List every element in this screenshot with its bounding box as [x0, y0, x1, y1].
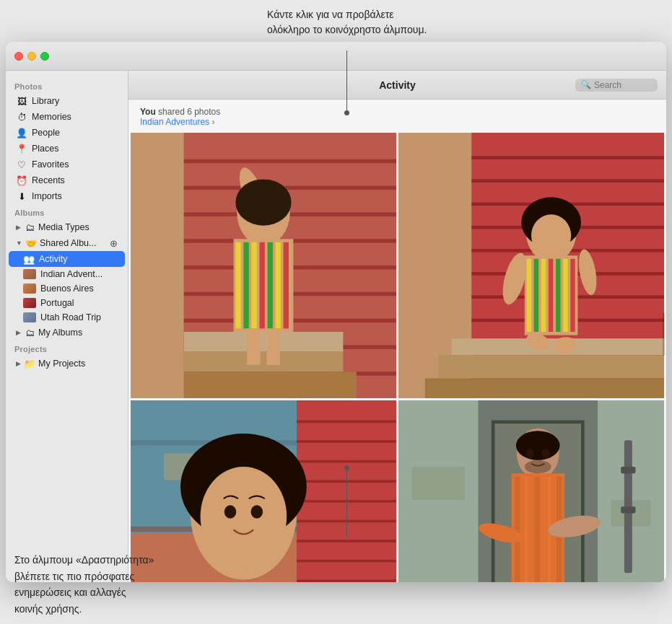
sidebar-item-portugal[interactable]: Portugal	[9, 296, 125, 310]
svg-rect-26	[267, 328, 280, 365]
sidebar-item-utah-road-trip[interactable]: Utah Road Trip	[9, 310, 125, 325]
svg-rect-42	[438, 355, 664, 378]
people-icon: 👤	[16, 127, 27, 139]
sidebar-item-memories[interactable]: ⏱ Memories	[9, 109, 125, 125]
activity-header: You shared 6 photos Indian Adventures ›	[128, 100, 666, 133]
minimize-button[interactable]	[27, 52, 36, 61]
sidebar-item-recents[interactable]: ⏰ Recents	[9, 172, 125, 188]
search-box[interactable]: 🔍	[575, 79, 658, 92]
sidebar-item-activity[interactable]: 👥 Activity	[9, 251, 125, 267]
add-album-icon[interactable]: ⊕	[110, 238, 118, 249]
photo-cell-2[interactable]	[398, 133, 664, 398]
indian-adventures-label: Indian Advent...	[40, 269, 102, 279]
sidebar-item-my-projects[interactable]: ▶ 📁 My Projects	[9, 356, 125, 372]
svg-rect-49	[549, 259, 553, 332]
svg-rect-68	[297, 440, 396, 443]
scrollbar[interactable]	[663, 312, 665, 356]
svg-rect-21	[268, 242, 273, 329]
buenos-aires-thumbnail	[23, 284, 36, 294]
sidebar-item-indian-adventures[interactable]: Indian Advent...	[9, 267, 125, 281]
svg-rect-46	[527, 259, 531, 332]
svg-rect-73	[297, 540, 396, 542]
utah-road-trip-thumbnail	[23, 312, 36, 322]
svg-rect-74	[297, 560, 396, 563]
photo-cell-4[interactable]	[398, 400, 664, 582]
annotation-top-text: Κάντε κλικ για να προβάλετεολόκληρο το κ…	[267, 9, 427, 35]
my-albums-label: My Albums	[38, 328, 82, 338]
svg-rect-43	[425, 378, 664, 398]
close-button[interactable]	[14, 52, 23, 61]
svg-rect-11	[184, 332, 344, 352]
svg-rect-18	[243, 242, 248, 329]
shared-albums-label: Shared Albu...	[40, 238, 97, 248]
activity-icon: 👥	[23, 253, 35, 265]
svg-point-27	[235, 179, 291, 225]
my-projects-label: My Projects	[38, 359, 85, 369]
activity-label: Activity	[39, 254, 68, 264]
sidebar-item-my-albums[interactable]: ▶ 🗂 My Albums	[9, 325, 125, 340]
memories-icon: ⏱	[16, 111, 27, 123]
favorites-label: Favorites	[32, 159, 69, 170]
activity-album-name: Indian Adventures	[140, 117, 209, 127]
svg-rect-52	[570, 259, 575, 332]
places-label: Places	[32, 144, 59, 154]
shared-albums-icon: 🤝	[25, 237, 37, 249]
sidebar: Photos 🖼 Library ⏱ Memories 👤 People 📍 P…	[6, 71, 128, 582]
portugal-thumbnail	[23, 298, 36, 308]
projects-section-label: Projects	[6, 340, 128, 356]
topbar-title: Activity	[379, 79, 416, 91]
library-icon: 🖼	[16, 95, 27, 107]
svg-point-116	[516, 431, 560, 460]
search-icon: 🔍	[581, 80, 591, 89]
svg-point-118	[542, 449, 550, 458]
search-input[interactable]	[594, 80, 652, 90]
my-albums-icon: 🗂	[24, 327, 35, 338]
svg-rect-25	[247, 328, 260, 365]
svg-rect-51	[563, 259, 567, 332]
titlebar	[6, 42, 666, 71]
sidebar-item-imports[interactable]: ⬇ Imports	[9, 188, 125, 204]
media-types-icon: 🗂	[24, 221, 35, 233]
svg-point-58	[531, 214, 571, 257]
annotation-line-bottom	[346, 465, 347, 537]
sidebar-item-shared-albums[interactable]: ▼ 🤝 Shared Albu... ⊕	[9, 235, 125, 251]
activity-who: You	[140, 107, 156, 117]
sidebar-item-library[interactable]: 🖼 Library	[9, 93, 125, 109]
svg-rect-22	[276, 242, 281, 329]
svg-rect-31	[465, 179, 664, 183]
photo-grid	[128, 133, 666, 582]
sidebar-item-buenos-aires[interactable]: Buenos Aires	[9, 281, 125, 296]
annotation-top: Κάντε κλικ για να προβάλετεολόκληρο το κ…	[267, 7, 658, 38]
svg-rect-75	[297, 579, 396, 582]
people-label: People	[32, 128, 60, 138]
maximize-button[interactable]	[40, 52, 49, 61]
memories-label: Memories	[32, 112, 71, 122]
svg-rect-98	[411, 467, 465, 500]
sidebar-item-media-types[interactable]: ▶ 🗂 Media Types	[9, 219, 125, 235]
imports-icon: ⬇	[16, 190, 27, 202]
imports-label: Imports	[32, 191, 62, 201]
svg-rect-50	[556, 259, 560, 332]
svg-point-90	[224, 505, 237, 518]
places-icon: 📍	[16, 143, 27, 154]
my-projects-icon: 📁	[24, 358, 35, 369]
portugal-label: Portugal	[40, 298, 74, 308]
svg-rect-14	[131, 133, 184, 398]
sidebar-item-favorites[interactable]: ♡ Favorites	[9, 157, 125, 172]
recents-label: Recents	[32, 175, 65, 185]
svg-rect-17	[235, 242, 240, 329]
sidebar-item-people[interactable]: 👤 People	[9, 125, 125, 141]
favorites-icon: ♡	[16, 159, 27, 170]
photo-cell-1[interactable]	[131, 133, 396, 398]
svg-point-119	[525, 460, 551, 473]
svg-rect-102	[621, 506, 635, 513]
annotation-line-top	[346, 50, 347, 115]
sidebar-item-places[interactable]: 📍 Places	[9, 141, 125, 157]
activity-action: shared 6 photos	[156, 107, 220, 117]
media-types-chevron: ▶	[16, 224, 21, 231]
svg-rect-106	[525, 477, 528, 582]
app-window: Photos 🖼 Library ⏱ Memories 👤 People 📍 P…	[6, 42, 666, 582]
activity-album-link[interactable]: Indian Adventures ›	[140, 117, 214, 127]
media-types-label: Media Types	[38, 222, 90, 232]
library-label: Library	[32, 96, 59, 106]
